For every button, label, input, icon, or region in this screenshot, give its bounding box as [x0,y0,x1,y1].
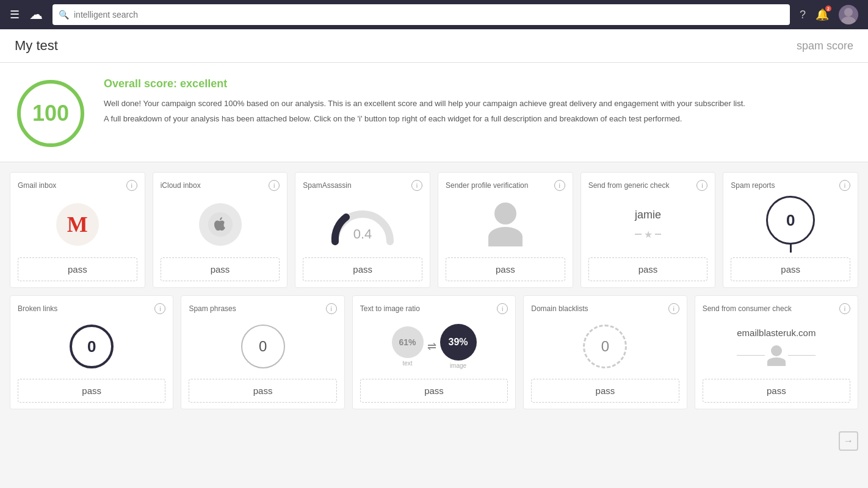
consumer-wrapper: emailblasteruk.com [737,328,816,366]
widget-icloud-inbox: iCloud inboxi pass [153,172,288,288]
pass-button[interactable]: pass [18,257,137,281]
widget-text-image-ratio: Text to image ratioi 61% text ⇌ 39% imag… [352,295,516,409]
widget-sender-profile: Sender profile verificationi pass [438,172,573,288]
person-icon [488,203,523,246]
info-icon[interactable]: i [326,303,337,314]
search-input[interactable] [74,10,784,20]
page-footer: → [0,426,868,456]
pass-button[interactable]: pass [531,379,679,403]
widget-broken-links: Broken linksi0pass [10,295,173,409]
widget-header: iCloud inboxi [161,180,280,191]
help-icon[interactable]: ? [800,9,806,21]
widget-header: Gmail inboxi [18,180,137,191]
pass-button[interactable]: pass [360,379,508,403]
thin-circle: 0 [241,325,285,368]
info-icon[interactable]: i [411,180,422,191]
pass-button[interactable]: pass [703,379,850,403]
widget-body: 0 [189,319,336,374]
info-icon[interactable]: i [269,180,280,191]
page-header: My test spam score [0,29,868,63]
svg-point-0 [844,8,853,16]
apple-icon [199,203,242,246]
score-description2: A full breakdown of your analysis has be… [104,113,745,126]
widget-title: Send from consumer check [703,304,792,313]
score-description1: Well done! Your campaign scored 100% bas… [104,98,745,110]
pin-tail [790,244,792,253]
gauge-wrapper: 0.4 [329,199,396,250]
widget-body: jamie ★ [588,196,708,253]
pass-button[interactable]: pass [588,257,708,281]
logo-icon: ☁ [29,7,43,23]
ratio-container: 61% text ⇌ 39% image [392,324,477,369]
widget-gmail-inbox: Gmail inboxiMpass [10,172,145,288]
pass-button[interactable]: pass [189,379,336,403]
widget-header: Spam phrasesi [189,303,336,314]
widget-header: Spam reportsi [731,180,850,191]
top-navigation: ☰ ☁ 🔍 ? 🔔 2 [0,0,868,29]
pass-button[interactable]: pass [161,257,280,281]
image-label: image [450,362,466,369]
pin-wrapper: 0 [766,196,815,253]
notification-badge[interactable]: 🔔 2 [816,8,829,21]
widget-title: Broken links [18,304,57,313]
widget-title: Spam reports [731,181,775,190]
widget-title: Sender profile verification [446,181,528,190]
widget-header: SpamAssassini [303,180,422,191]
info-icon[interactable]: i [497,303,508,314]
overall-score-heading: Overall score: excellent [104,77,745,90]
widget-domain-blacklists: Domain blacklistsi0pass [523,295,687,409]
widget-header: Send from generic checki [588,180,708,191]
search-icon: 🔍 [59,10,69,20]
widget-title: iCloud inbox [161,181,201,190]
pass-button[interactable]: pass [18,379,165,403]
user-avatar[interactable] [839,5,858,24]
score-section: 100 Overall score: excellent Well done! … [0,63,868,162]
widget-body: M [18,196,137,253]
dark-circle: 0 [70,325,114,368]
info-icon[interactable]: i [839,180,850,191]
info-icon[interactable]: i [696,180,707,191]
gray-circle: 0 [583,325,627,368]
hamburger-menu[interactable]: ☰ [10,8,20,21]
gmail-icon: M [56,203,99,246]
svg-text:0.4: 0.4 [353,226,372,242]
widget-header: Text to image ratioi [360,303,508,314]
widgets-row-2: Broken linksi0passSpam phrasesi0passText… [10,295,858,409]
widget-title: Gmail inbox [18,181,56,190]
widget-body: 0 [731,196,850,253]
widget-body: 0.4 [303,196,422,253]
sender-wrapper: jamie ★ [635,209,661,240]
page-subtitle: spam score [797,40,853,52]
info-icon[interactable]: i [554,180,565,191]
widget-title: Send from generic check [588,181,670,190]
widget-body [161,196,280,253]
info-icon[interactable]: i [839,303,850,314]
widget-header: Domain blacklistsi [531,303,679,314]
pass-button[interactable]: pass [731,257,850,281]
widget-send-from-consumer: Send from consumer checki emailblasteruk… [695,295,858,409]
widget-body: 0 [531,319,679,374]
widget-body: 0 [18,319,165,374]
pass-button[interactable]: pass [303,257,422,281]
text-label: text [402,360,412,367]
swap-icon: ⇌ [427,340,436,353]
widget-spam-reports: Spam reportsi 0 pass [723,172,858,288]
widget-header: Send from consumer checki [703,303,850,314]
info-icon[interactable]: i [154,303,165,314]
info-icon[interactable]: i [126,180,137,191]
widget-header: Broken linksi [18,303,165,314]
pass-button[interactable]: pass [446,257,565,281]
widget-header: Sender profile verificationi [446,180,565,191]
search-bar[interactable]: 🔍 [52,4,790,25]
widgets-row-1: Gmail inboxiMpassiCloud inboxi passSpamA… [10,172,858,288]
info-icon[interactable]: i [668,303,679,314]
star-icon: ★ [644,229,653,240]
widget-title: Spam phrases [189,304,236,313]
widget-body: 61% text ⇌ 39% image [360,319,508,374]
badge-count: 2 [825,5,831,12]
widget-title: Text to image ratio [360,304,420,313]
footer-action-icon[interactable]: → [839,431,858,451]
consumer-person-icon [767,345,786,366]
widget-title: SpamAssassin [303,181,351,190]
domain-text: emailblasteruk.com [737,328,816,338]
